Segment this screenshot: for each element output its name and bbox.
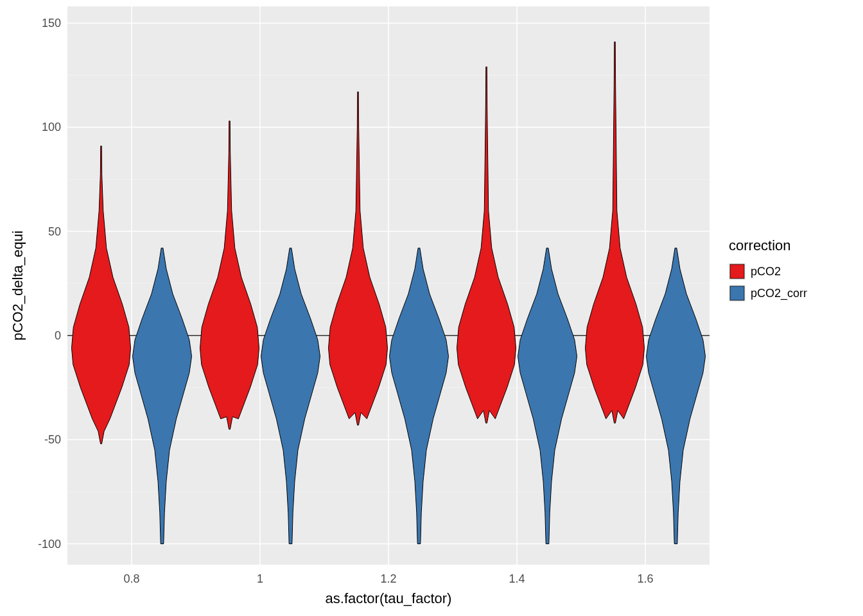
y-tick-label: 150 [42, 17, 61, 30]
x-tick-label: 0.8 [123, 572, 139, 585]
legend-label: pCO2 [751, 265, 781, 278]
legend-label: pCO2_corr [751, 287, 807, 300]
y-tick-label: 100 [42, 121, 61, 133]
legend-title: correction [729, 237, 791, 253]
y-axis-title: pCO2_delta_equi [10, 230, 26, 340]
y-tick-label: 50 [48, 225, 61, 238]
x-tick-label: 1.2 [380, 572, 396, 585]
legend-swatch-pCO2 [730, 264, 744, 278]
y-tick-label: -100 [38, 538, 61, 551]
x-tick-label: 1 [257, 572, 263, 585]
legend-swatch-pCO2_corr [730, 286, 744, 300]
x-tick-label: 1.4 [509, 572, 525, 585]
x-axis-title: as.factor(tau_factor) [326, 590, 452, 606]
y-tick-label: -50 [44, 433, 61, 446]
violin-chart: -100-500501001500.811.21.41.6as.factor(t… [0, 0, 863, 616]
x-tick-label: 1.6 [637, 572, 653, 585]
y-tick-label: 0 [55, 329, 61, 342]
